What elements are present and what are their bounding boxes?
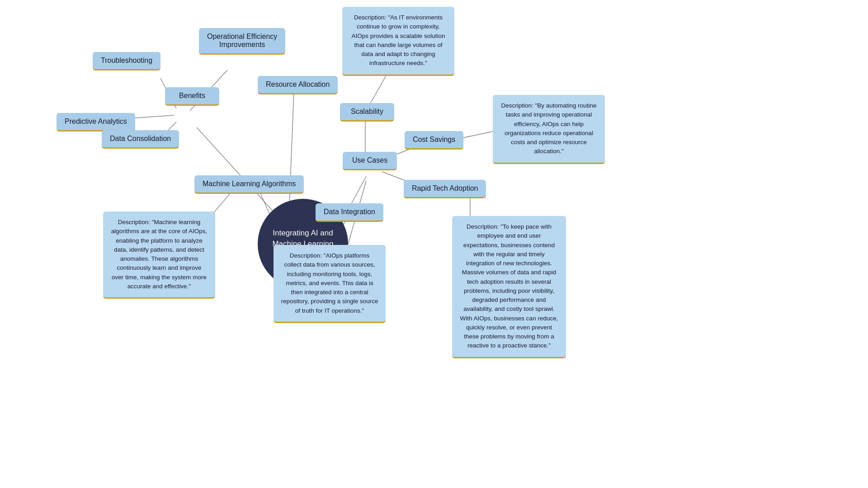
use-cases-node: Use Cases (343, 152, 397, 170)
troubleshooting-label: Troubleshooting (101, 56, 152, 64)
desc-rapid-tech-box: Description: "To keep pace with employee… (452, 216, 566, 358)
rapid-tech-label: Rapid Tech Adoption (412, 184, 478, 192)
operational-efficiency-node: Operational Efficiency Improvements (199, 28, 285, 55)
data-integration-label: Data Integration (324, 208, 375, 216)
resource-allocation-node: Resource Allocation (258, 76, 338, 94)
use-cases-label: Use Cases (352, 156, 387, 164)
scalability-node: Scalability (340, 103, 394, 122)
desc-cost-savings-text: Description: "By automating routine task… (501, 102, 596, 155)
desc-data-integration-text: Description: "AIOps platforms collect da… (281, 252, 378, 314)
cost-savings-label: Cost Savings (413, 136, 455, 143)
rapid-tech-node: Rapid Tech Adoption (404, 180, 486, 198)
predictive-analytics-node: Predictive Analytics (57, 113, 135, 131)
desc-cost-savings-box: Description: "By automating routine task… (493, 95, 605, 164)
cost-savings-node: Cost Savings (405, 131, 463, 150)
ml-algorithms-node: Machine Learning Algorithms (194, 175, 304, 194)
desc-scalability-text: Description: "As IT environments continu… (351, 14, 445, 66)
data-consolidation-node: Data Consolidation (102, 130, 179, 149)
predictive-label: Predictive Analytics (65, 117, 127, 125)
data-consol-label: Data Consolidation (110, 135, 171, 142)
benefits-label: Benefits (179, 92, 205, 99)
svg-line-3 (129, 115, 174, 118)
resource-label: Resource Allocation (266, 80, 330, 88)
scalability-label: Scalability (351, 108, 383, 115)
desc-rapid-tech-text: Description: "To keep pace with employee… (460, 223, 558, 349)
operational-label: Operational Efficiency Improvements (207, 33, 277, 48)
desc-ml-box: Description: "Machine learning algorithm… (103, 211, 215, 299)
svg-line-11 (350, 176, 366, 206)
benefits-node: Benefits (165, 87, 219, 106)
desc-data-integration-box: Description: "AIOps platforms collect da… (274, 245, 386, 323)
troubleshooting-node: Troubleshooting (93, 52, 160, 70)
desc-scalability-box: Description: "As IT environments continu… (342, 7, 454, 76)
desc-ml-text: Description: "Machine learning algorithm… (111, 219, 207, 290)
data-integration-node: Data Integration (316, 203, 383, 222)
ml-label: Machine Learning Algorithms (203, 180, 296, 188)
